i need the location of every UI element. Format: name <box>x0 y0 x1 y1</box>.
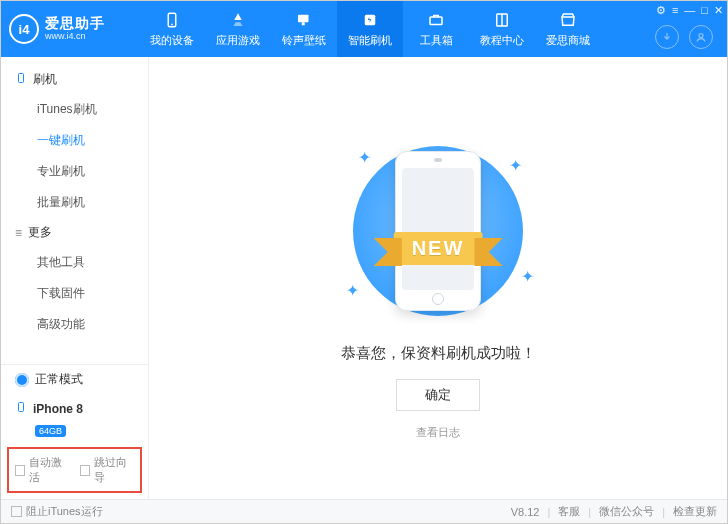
nav-label: 我的设备 <box>150 33 194 48</box>
sparkle-icon: ✦ <box>346 281 359 300</box>
nav-label: 工具箱 <box>420 33 453 48</box>
check-update-link[interactable]: 检查更新 <box>673 504 717 519</box>
sidebar-group-more[interactable]: ≡ 更多 <box>1 218 148 247</box>
main-nav: 我的设备 应用游戏 铃声壁纸 智能刷机 工具箱 教程中心 爱思商城 <box>139 1 601 57</box>
settings-icon[interactable]: ⚙ <box>656 4 666 17</box>
header-actions <box>655 25 713 49</box>
svg-rect-3 <box>302 22 305 25</box>
nav-apps[interactable]: 应用游戏 <box>205 1 271 57</box>
download-button[interactable] <box>655 25 679 49</box>
success-illustration: ✦ ✦ ✦ ✦ NEW <box>328 136 548 326</box>
new-ribbon: NEW <box>394 232 483 265</box>
app-logo[interactable]: i4 爱思助手 www.i4.cn <box>9 14 139 44</box>
toolbox-icon <box>426 10 446 30</box>
storage-badge: 64GB <box>35 425 66 437</box>
sparkle-icon: ✦ <box>521 267 534 286</box>
skip-guide-checkbox[interactable]: 跳过向导 <box>80 455 135 485</box>
app-name: 爱思助手 <box>45 16 105 31</box>
sparkle-icon: ✦ <box>509 156 522 175</box>
version-label: V8.12 <box>511 506 540 518</box>
app-body: 刷机 iTunes刷机 一键刷机 专业刷机 批量刷机 ≡ 更多 其他工具 下载固… <box>1 57 727 499</box>
sidebar: 刷机 iTunes刷机 一键刷机 专业刷机 批量刷机 ≡ 更多 其他工具 下载固… <box>1 57 149 499</box>
confirm-button[interactable]: 确定 <box>396 379 480 411</box>
sidebar-item-pro-flash[interactable]: 专业刷机 <box>1 156 148 187</box>
nav-ringtones[interactable]: 铃声壁纸 <box>271 1 337 57</box>
nav-label: 教程中心 <box>480 33 524 48</box>
user-button[interactable] <box>689 25 713 49</box>
svg-rect-10 <box>19 403 24 412</box>
app-url: www.i4.cn <box>45 32 105 42</box>
main-content: ✦ ✦ ✦ ✦ NEW 恭喜您，保资料刷机成功啦！ 确定 查看日志 <box>149 57 727 499</box>
sidebar-group-flash[interactable]: 刷机 <box>1 65 148 94</box>
sidebar-item-other-tools[interactable]: 其他工具 <box>1 247 148 278</box>
sidebar-item-advanced[interactable]: 高级功能 <box>1 309 148 340</box>
svg-rect-2 <box>298 15 309 23</box>
mode-label: 正常模式 <box>35 371 83 388</box>
sidebar-item-batch-flash[interactable]: 批量刷机 <box>1 187 148 218</box>
phone-icon <box>15 400 27 417</box>
sidebar-bottom: 正常模式 iPhone 8 64GB 自动激活 跳过向导 <box>1 364 148 499</box>
nav-store[interactable]: 爱思商城 <box>535 1 601 57</box>
support-link[interactable]: 客服 <box>558 504 580 519</box>
sidebar-item-download-fw[interactable]: 下载固件 <box>1 278 148 309</box>
mode-dot-icon <box>15 373 29 387</box>
minimize-icon[interactable]: — <box>684 4 695 17</box>
device-name: iPhone 8 <box>33 402 83 416</box>
nav-my-device[interactable]: 我的设备 <box>139 1 205 57</box>
logo-icon: i4 <box>9 14 39 44</box>
nav-toolbox[interactable]: 工具箱 <box>403 1 469 57</box>
flash-icon <box>360 10 380 30</box>
music-icon <box>294 10 314 30</box>
checkbox-label: 自动激活 <box>29 455 69 485</box>
nav-label: 铃声壁纸 <box>282 33 326 48</box>
success-message: 恭喜您，保资料刷机成功啦！ <box>341 344 536 363</box>
close-icon[interactable]: ✕ <box>714 4 723 17</box>
nav-smart-flash[interactable]: 智能刷机 <box>337 1 403 57</box>
device-icon <box>162 10 182 30</box>
checkbox-label: 阻止iTunes运行 <box>26 504 103 519</box>
checkbox-label: 跳过向导 <box>94 455 134 485</box>
apps-icon <box>228 10 248 30</box>
menu-icon[interactable]: ≡ <box>672 4 678 17</box>
window-controls: ⚙ ≡ — □ ✕ <box>656 4 723 17</box>
sidebar-item-itunes-flash[interactable]: iTunes刷机 <box>1 94 148 125</box>
view-log-link[interactable]: 查看日志 <box>416 425 460 440</box>
logo-text: 爱思助手 www.i4.cn <box>45 16 105 41</box>
phone-icon <box>15 71 27 88</box>
block-itunes-checkbox[interactable]: 阻止iTunes运行 <box>11 504 103 519</box>
list-icon: ≡ <box>15 226 22 240</box>
device-mode[interactable]: 正常模式 <box>1 365 148 394</box>
checkbox-icon <box>15 465 25 476</box>
checkbox-icon <box>11 506 22 517</box>
svg-rect-9 <box>19 74 24 83</box>
nav-label: 应用游戏 <box>216 33 260 48</box>
shop-icon <box>558 10 578 30</box>
sidebar-item-oneclick-flash[interactable]: 一键刷机 <box>1 125 148 156</box>
sidebar-group-title: 更多 <box>28 224 52 241</box>
sparkle-icon: ✦ <box>358 148 371 167</box>
checkbox-icon <box>80 465 90 476</box>
device-row[interactable]: iPhone 8 64GB <box>1 394 148 443</box>
nav-tutorials[interactable]: 教程中心 <box>469 1 535 57</box>
nav-label: 爱思商城 <box>546 33 590 48</box>
phone-illustration <box>395 151 481 311</box>
svg-rect-5 <box>430 17 442 25</box>
status-bar: 阻止iTunes运行 V8.12 | 客服 | 微信公众号 | 检查更新 <box>1 499 727 523</box>
ribbon-text: NEW <box>394 232 483 265</box>
wechat-link[interactable]: 微信公众号 <box>599 504 654 519</box>
maximize-icon[interactable]: □ <box>701 4 708 17</box>
svg-point-8 <box>699 34 703 38</box>
nav-label: 智能刷机 <box>348 33 392 48</box>
auto-activate-checkbox[interactable]: 自动激活 <box>15 455 70 485</box>
book-icon <box>492 10 512 30</box>
post-flash-options: 自动激活 跳过向导 <box>7 447 142 493</box>
sidebar-group-title: 刷机 <box>33 71 57 88</box>
app-header: i4 爱思助手 www.i4.cn 我的设备 应用游戏 铃声壁纸 智能刷机 工具… <box>1 1 727 57</box>
